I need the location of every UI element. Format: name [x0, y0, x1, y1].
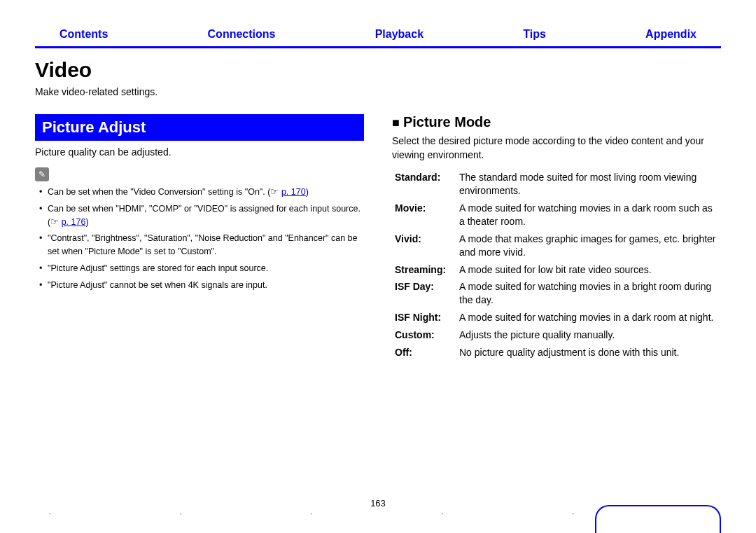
note-bullet-1: Can be set when the "Video Conversion" s…: [39, 186, 364, 199]
mode-key-streaming: Streaming:: [392, 261, 456, 279]
reference-icon: ☞: [270, 187, 279, 197]
pencil-icon: [35, 167, 49, 181]
dot-icon: ·: [49, 510, 51, 518]
note-bullet-1-text-a: Can be set when the "Video Conversion" s…: [48, 187, 270, 197]
nav-divider: [35, 46, 721, 48]
mode-val-custom: Adjusts the picture quality manually.: [456, 326, 721, 344]
picture-adjust-intro: Picture quality can be adjusted.: [35, 146, 364, 158]
table-row: Custom: Adjusts the picture quality manu…: [392, 326, 721, 344]
mode-val-movie: A mode suited for watching movies in a d…: [456, 200, 721, 230]
nav-contents[interactable]: Contents: [59, 28, 108, 41]
mode-key-vivid: Vivid:: [392, 230, 456, 261]
note-bullet-4: "Picture Adjust" settings are stored for…: [39, 262, 364, 275]
note-bullet-2-text-b: ): [85, 217, 88, 227]
table-row: ISF Day: A mode suited for watching movi…: [392, 278, 721, 309]
mode-key-off: Off:: [392, 344, 456, 361]
dot-icon: ·: [441, 510, 443, 518]
section-heading-picture-adjust: Picture Adjust: [35, 114, 364, 141]
nav-playback[interactable]: Playback: [375, 28, 424, 41]
picture-mode-table: Standard: The standard mode suited for m…: [392, 169, 721, 361]
page-ref-176[interactable]: p. 176: [62, 217, 86, 227]
table-row: Streaming: A mode suited for low bit rat…: [392, 261, 721, 279]
note-box: Can be set when the "Video Conversion" s…: [35, 167, 364, 291]
mode-key-custom: Custom:: [392, 326, 456, 344]
table-row: Off: No picture quality adjustment is do…: [392, 344, 721, 361]
mode-key-standard: Standard:: [392, 169, 456, 200]
right-column: Picture Mode Select the desired picture …: [392, 114, 721, 361]
mode-key-isf-night: ISF Night:: [392, 309, 456, 326]
note-bullet-1-text-b: ): [306, 187, 309, 197]
nav-appendix[interactable]: Appendix: [645, 28, 696, 41]
dot-icon: ·: [311, 510, 313, 518]
note-bullet-2-text-a: Can be set when "HDMI", "COMP" or "VIDEO…: [48, 204, 360, 227]
bottom-nav-dots: · · · · ·: [49, 510, 574, 518]
mode-val-standard: The standard mode suited for most living…: [456, 169, 721, 200]
top-nav: Contents Connections Playback Tips Appen…: [35, 0, 721, 46]
mode-val-isf-night: A mode suited for watching movies in a d…: [456, 309, 721, 326]
left-column: Picture Adjust Picture quality can be ad…: [35, 114, 364, 361]
note-bullet-2: Can be set when "HDMI", "COMP" or "VIDEO…: [39, 202, 364, 229]
columns: Picture Adjust Picture quality can be ad…: [35, 114, 721, 361]
nav-tips[interactable]: Tips: [523, 28, 546, 41]
page-title: Video: [35, 58, 721, 82]
dot-icon: ·: [180, 510, 182, 518]
note-bullet-3: "Contrast", "Brightness", "Saturation", …: [39, 232, 364, 258]
table-row: Movie: A mode suited for watching movies…: [392, 200, 721, 230]
section-heading-picture-mode: Picture Mode: [392, 114, 721, 130]
mode-val-off: No picture quality adjustment is done wi…: [456, 344, 721, 361]
page-ref-170[interactable]: p. 170: [281, 187, 306, 197]
note-bullet-5: "Picture Adjust" cannot be set when 4K s…: [39, 279, 364, 292]
nav-connections[interactable]: Connections: [208, 28, 276, 41]
note-bullets: Can be set when the "Video Conversion" s…: [35, 186, 364, 291]
table-row: ISF Night: A mode suited for watching mo…: [392, 309, 721, 326]
dot-icon: ·: [572, 510, 574, 518]
mode-key-movie: Movie:: [392, 200, 456, 230]
mode-val-vivid: A mode that makes graphic images for gam…: [456, 230, 721, 261]
page: Contents Connections Playback Tips Appen…: [0, 0, 756, 533]
mode-key-isf-day: ISF Day:: [392, 278, 456, 309]
table-row: Standard: The standard mode suited for m…: [392, 169, 721, 200]
reference-icon: ☞: [50, 217, 59, 227]
mode-val-streaming: A mode suited for low bit rate video sou…: [456, 261, 721, 279]
table-row: Vivid: A mode that makes graphic images …: [392, 230, 721, 261]
mode-val-isf-day: A mode suited for watching movies in a b…: [456, 278, 721, 309]
picture-mode-desc: Select the desired picture mode accordin…: [392, 134, 721, 162]
bottom-tab-curve: [595, 505, 721, 533]
page-intro: Make video-related settings.: [35, 86, 721, 97]
